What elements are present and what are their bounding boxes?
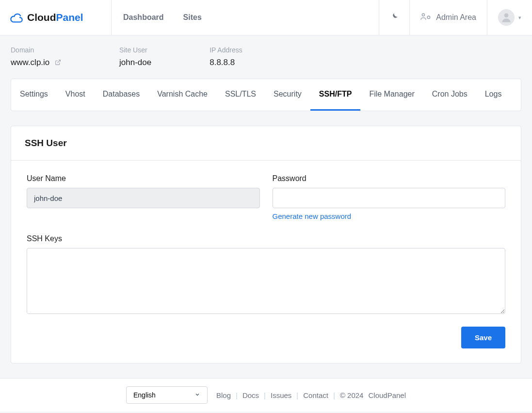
footer-copyright: © 2024 [340,391,364,399]
site-tabs: Settings Vhost Databases Varnish Cache S… [11,79,521,111]
save-button[interactable]: Save [461,327,505,348]
cloud-icon [10,11,23,24]
user-menu[interactable]: ▾ [487,0,532,35]
domain-value[interactable]: www.clp.io [11,58,61,68]
topbar: CloudPanel Dashboard Sites Admin Area ▾ [0,0,532,35]
moon-icon [390,12,399,23]
external-link-icon [55,58,61,68]
theme-toggle[interactable] [379,0,409,35]
separator: | [236,391,238,399]
logo[interactable]: CloudPanel [0,0,112,35]
topbar-right: Admin Area ▾ [379,0,532,35]
nav-dashboard[interactable]: Dashboard [123,13,164,22]
language-select[interactable]: English [126,386,208,404]
ip-label: IP Address [210,46,242,54]
username-field-group: User Name [27,174,260,221]
chevron-down-icon: ▾ [518,15,521,21]
site-user-block: Site User john-doe [119,46,151,68]
domain-block: Domain www.clp.io [11,46,61,68]
svg-point-2 [504,13,509,17]
language-value: English [133,391,156,399]
sshkeys-textarea[interactable] [27,248,505,314]
domain-label: Domain [11,46,61,54]
sshkeys-label: SSH Keys [27,234,505,243]
footer: English Blog | Docs | Issues | Contact |… [0,378,532,412]
ip-block: IP Address 8.8.8.8 [210,46,242,68]
language-button[interactable]: English [126,386,208,404]
ip-value: 8.8.8.8 [210,58,242,67]
site-user-label: Site User [119,46,151,54]
password-input[interactable] [273,188,506,208]
footer-issues[interactable]: Issues [271,391,291,399]
card-title: SSH User [11,126,521,161]
admin-icon [420,12,431,23]
separator: | [264,391,266,399]
content: Domain www.clp.io Site User john-doe IP … [0,35,532,378]
chevron-down-icon [194,392,200,399]
tab-ssl[interactable]: SSL/TLS [216,79,265,111]
username-input[interactable] [27,188,260,208]
generate-password-link[interactable]: Generate new password [273,212,352,220]
avatar-icon [498,9,515,26]
password-label: Password [273,174,506,183]
admin-area-label: Admin Area [436,13,476,22]
main-nav: Dashboard Sites [112,0,379,35]
footer-docs[interactable]: Docs [242,391,259,399]
tab-filemanager[interactable]: File Manager [360,79,423,111]
separator: | [296,391,298,399]
tab-sshftp[interactable]: SSH/FTP [310,79,361,111]
tab-logs[interactable]: Logs [476,79,511,111]
footer-links: Blog | Docs | Issues | Contact | © 2024 … [216,391,406,399]
admin-area-link[interactable]: Admin Area [409,0,487,35]
tab-vhost[interactable]: Vhost [57,79,94,111]
tab-cron[interactable]: Cron Jobs [423,79,476,111]
site-info: Domain www.clp.io Site User john-doe IP … [11,46,521,68]
ssh-user-card: SSH User User Name Password Generate new… [11,126,521,363]
site-user-value: john-doe [119,58,151,67]
card-body: User Name Password Generate new password… [11,161,521,363]
password-field-group: Password Generate new password [273,174,506,221]
footer-brand: CloudPanel [368,391,406,399]
svg-line-3 [57,60,60,63]
tab-databases[interactable]: Databases [94,79,149,111]
footer-blog[interactable]: Blog [216,391,231,399]
sshkeys-field-group: SSH Keys [27,234,505,316]
separator: | [333,391,335,399]
nav-sites[interactable]: Sites [183,13,202,22]
svg-point-0 [422,14,425,16]
tab-varnish[interactable]: Varnish Cache [148,79,216,111]
tab-security[interactable]: Security [265,79,310,111]
logo-text: CloudPanel [27,12,83,23]
tab-settings[interactable]: Settings [11,79,57,111]
username-label: User Name [27,174,260,183]
footer-contact[interactable]: Contact [303,391,328,399]
